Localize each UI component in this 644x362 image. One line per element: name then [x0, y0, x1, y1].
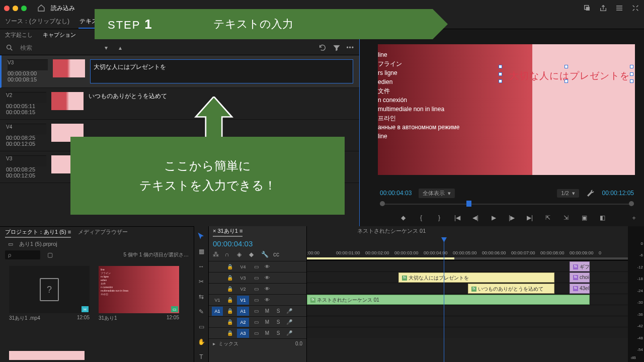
comparison-icon[interactable]: ◧	[597, 213, 607, 223]
quick-export-icon[interactable]	[583, 4, 592, 13]
window-controls[interactable]	[4, 6, 27, 11]
marker-icon[interactable]: ◆	[398, 213, 408, 223]
razor-tool-icon[interactable]: ✂	[196, 277, 206, 287]
playhead[interactable]	[444, 237, 444, 362]
pen-tool-icon[interactable]: ✎	[196, 307, 206, 317]
track-v4[interactable]: fxギフ	[307, 260, 628, 272]
cc-icon[interactable]: cc	[273, 251, 280, 258]
track-header-v2[interactable]: 🔒V2▭👁	[209, 283, 306, 294]
svg-point-2	[7, 45, 11, 49]
program-timecode[interactable]: 00:00:04:03	[380, 190, 412, 197]
slip-tool-icon[interactable]: ⇆	[196, 292, 206, 302]
clip[interactable]: fxいつものありがとうを込めて	[468, 284, 554, 294]
zoom-fit-select[interactable]: 全体表示▾	[419, 189, 455, 198]
fullscreen-icon[interactable]	[631, 4, 640, 13]
settings-icon[interactable]: ◆	[249, 251, 256, 258]
project-item[interactable]: lineフラインrs ligneedien文件n conexiónmultime…	[99, 266, 179, 344]
clip[interactable]: fxネストされたシーケンス 01	[307, 295, 590, 305]
track-header-a3[interactable]: 🔒A3▭MS🎤	[209, 327, 306, 338]
hand-tool-icon[interactable]: ✋	[196, 337, 206, 347]
track-select-tool-icon[interactable]: ▦	[196, 246, 206, 256]
tool-palette: ▦ ↔ ✂ ⇆ ✎ ▭ ✋ T	[194, 226, 209, 362]
track-v3[interactable]: fx大切な人にはプレゼントを fxchoigi	[307, 272, 628, 283]
svg-rect-1	[586, 7, 590, 11]
wrench-icon[interactable]: 🔧	[261, 251, 268, 258]
tab-transcribe[interactable]: 文字起こし	[5, 31, 33, 39]
caption-text-input[interactable]: 大切な人にはプレゼントを	[90, 59, 353, 83]
out-point-icon[interactable]: }	[434, 213, 444, 223]
next-icon[interactable]: ▴	[116, 43, 125, 52]
zoom-window[interactable]	[21, 6, 27, 11]
prev-icon[interactable]: ▾	[102, 43, 111, 52]
caption-row[interactable]: V300:00:03:0000:00:08:15 大切な人にはプレゼントを	[0, 55, 359, 88]
selection-tool-icon[interactable]	[196, 231, 206, 241]
hw-badge: H	[82, 306, 89, 312]
extract-icon[interactable]: ⇲	[561, 213, 571, 223]
track-header-v3[interactable]: 🔒V3▭👁	[209, 272, 306, 283]
track-a3[interactable]	[307, 327, 628, 338]
search-input[interactable]	[19, 44, 97, 52]
search-icon[interactable]	[5, 43, 14, 52]
panel-menu-icon[interactable]: •••	[346, 44, 354, 51]
go-in-icon[interactable]: |◀	[452, 213, 462, 223]
type-tool-icon[interactable]: T	[196, 352, 206, 362]
filter-icon[interactable]	[332, 43, 341, 52]
track-header-v4[interactable]: 🔒V4▭👁	[209, 261, 306, 272]
clip[interactable]: fx大切な人にはプレゼントを	[398, 273, 554, 283]
selection-handles[interactable]	[500, 66, 632, 81]
new-bin-icon[interactable]: ▢	[45, 250, 54, 259]
resolution-select[interactable]: 1/2▾	[557, 189, 579, 198]
annotation-arrow	[191, 97, 236, 142]
ripple-tool-icon[interactable]: ↔	[196, 261, 206, 272]
tab-caption[interactable]: キャプション	[43, 31, 76, 39]
settings-icon[interactable]	[586, 189, 595, 198]
track-header-a2[interactable]: 🔒A2▭MS🎤	[209, 316, 306, 327]
track-v1[interactable]: fxネストされたシーケンス 01	[307, 294, 628, 305]
timeline-timecode[interactable]: 00:00:04:03	[209, 237, 306, 250]
refresh-icon[interactable]	[318, 43, 327, 52]
step-fwd-icon[interactable]: |▶	[507, 213, 517, 223]
export-frame-icon[interactable]: ▣	[579, 213, 589, 223]
step-back-icon[interactable]: ◀|	[470, 213, 480, 223]
share-icon[interactable]	[599, 4, 608, 13]
lift-icon[interactable]: ⇱	[543, 213, 553, 223]
snap-icon[interactable]: ⁂	[213, 251, 220, 258]
marker-add-icon[interactable]: ◈	[237, 251, 244, 258]
clip[interactable]: fxギフ	[570, 261, 590, 272]
project-item[interactable]: H 31あり1 .mp412:05	[9, 266, 90, 344]
sequence-tab-nested[interactable]: ネストされたシーケンス 01	[357, 227, 426, 237]
annotation-callout: ここから簡単にテキストを入力できる！	[70, 137, 345, 215]
close-window[interactable]	[4, 6, 10, 11]
annotation-banner: STEP 1 テキストの入力	[95, 9, 448, 39]
rectangle-tool-icon[interactable]: ▭	[196, 322, 206, 332]
button-editor-icon[interactable]: ＋	[629, 213, 639, 223]
track-a2[interactable]	[307, 316, 628, 327]
workspace-icon[interactable]	[615, 4, 624, 13]
project-selection-bar	[9, 351, 85, 360]
clip[interactable]: fxchoigi	[570, 273, 590, 283]
track-v2[interactable]: fxいつものありがとうを込めて fx43e8b	[307, 283, 628, 294]
program-scrubber[interactable]	[380, 199, 634, 209]
play-icon[interactable]: ▶	[489, 213, 499, 223]
linked-sel-icon[interactable]: ∩	[225, 251, 232, 258]
tab-source[interactable]: ソース：(クリップなし)	[4, 15, 70, 29]
track-header-v1[interactable]: V1🔒V1▭👁	[209, 294, 306, 305]
caption-row[interactable]: V200:00:05:1100:00:08:15 いつものありがとうを込めて	[0, 88, 359, 120]
in-point-icon[interactable]: {	[416, 213, 426, 223]
sequence-tab[interactable]: × 31あり1 ≡	[213, 227, 243, 237]
selection-status: 5 個中 1 個の項目が選択さ…	[124, 251, 189, 258]
minimize-window[interactable]	[13, 6, 18, 11]
clip[interactable]: fx43e8b	[570, 284, 590, 294]
project-search-input[interactable]	[5, 250, 40, 259]
project-file-label: あり1 (5).prproj	[19, 240, 57, 248]
tab-project[interactable]: プロジェクト：あり1 (5) ≡	[5, 228, 71, 238]
time-ruler[interactable]: :00:0000:00:01:0000:00:02:00 00:00:03:00…	[307, 237, 628, 260]
track-a1[interactable]	[307, 305, 628, 316]
program-monitor: lineフラインrs ligne edien文件n conexión multi…	[360, 29, 644, 226]
home-icon[interactable]	[37, 4, 46, 13]
track-header-a1[interactable]: A1🔒A1▭MS🎤	[209, 305, 306, 316]
tab-media-browser[interactable]: メディアブラウザー	[78, 228, 128, 238]
program-view[interactable]: lineフラインrs ligne edien文件n conexión multi…	[378, 44, 635, 175]
go-out-icon[interactable]: ▶|	[525, 213, 535, 223]
import-label[interactable]: 読み込み	[51, 4, 75, 13]
